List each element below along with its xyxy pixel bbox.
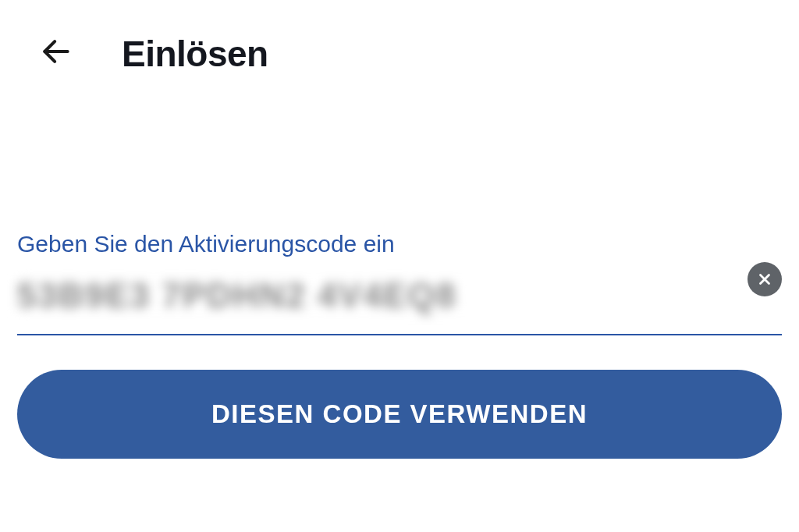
input-row <box>17 271 782 335</box>
page-title: Einlösen <box>122 33 268 75</box>
form-section: Geben Sie den Aktivierungscode ein DIESE… <box>0 90 799 459</box>
header: Einlösen <box>0 0 799 90</box>
activation-code-label: Geben Sie den Aktivierungscode ein <box>17 231 782 257</box>
clear-input-icon[interactable] <box>748 262 782 296</box>
use-code-button[interactable]: DIESEN CODE VERWENDEN <box>17 370 782 459</box>
activation-code-input[interactable] <box>17 276 735 315</box>
back-arrow-icon[interactable] <box>39 34 73 73</box>
